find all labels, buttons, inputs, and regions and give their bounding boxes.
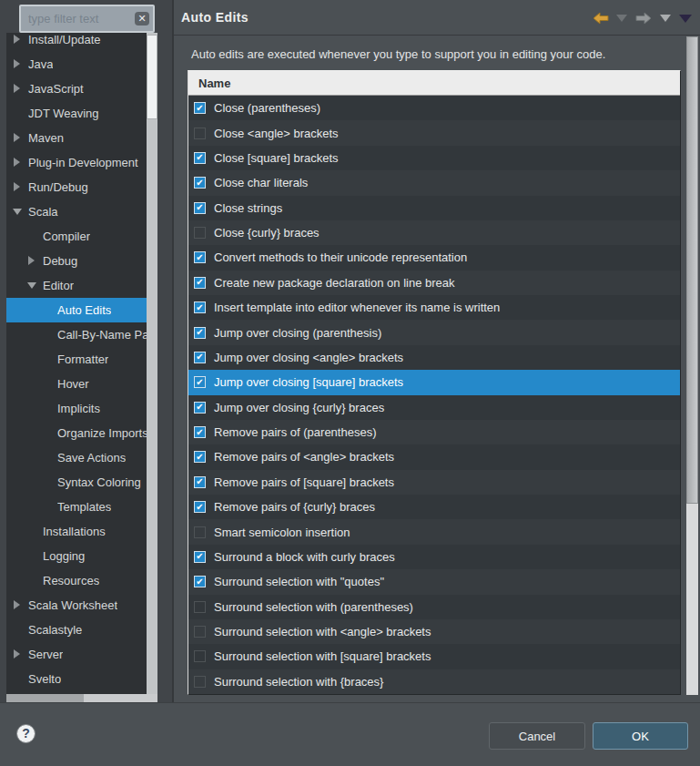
back-dropdown-icon[interactable] xyxy=(616,15,627,22)
checkbox-unchecked-icon[interactable] xyxy=(194,227,206,239)
sidebar-item-plug-in-development[interactable]: Plug-in Development xyxy=(6,150,151,175)
table-row[interactable]: Close {curly} braces xyxy=(188,220,680,245)
table-row[interactable]: ✔Convert methods to their unicode repres… xyxy=(188,245,680,270)
checkbox-checked-icon[interactable]: ✔ xyxy=(194,301,206,313)
checkbox-checked-icon[interactable]: ✔ xyxy=(194,451,206,463)
tree-vertical-scrollbar[interactable] xyxy=(147,33,157,694)
view-menu-icon[interactable] xyxy=(679,15,692,23)
sidebar-item-scala[interactable]: Scala xyxy=(6,199,151,224)
table-row[interactable]: Surround selection with <angle> brackets xyxy=(188,619,680,644)
sidebar-item-server[interactable]: Server xyxy=(6,642,151,667)
sidebar-item-hover[interactable]: Hover xyxy=(6,372,157,396)
checkbox-checked-icon[interactable]: ✔ xyxy=(194,152,206,164)
tree-collapsed-arrow-icon[interactable] xyxy=(11,182,23,191)
sidebar-item-java[interactable]: Java xyxy=(6,52,151,77)
tree-vertical-scrollbar-thumb[interactable] xyxy=(147,35,157,119)
tree-collapsed-arrow-icon[interactable] xyxy=(11,133,23,142)
tree-horizontal-scrollbar-thumb[interactable] xyxy=(6,694,84,702)
checkbox-checked-icon[interactable]: ✔ xyxy=(194,327,206,339)
checkbox-checked-icon[interactable]: ✔ xyxy=(194,576,206,587)
sidebar-item-editor[interactable]: Editor xyxy=(6,273,157,298)
checkbox-unchecked-icon[interactable] xyxy=(194,526,206,538)
sidebar-item-svelto[interactable]: Svelto xyxy=(6,667,151,691)
table-row[interactable]: ✔Remove pairs of (parentheses) xyxy=(188,420,680,444)
tree-collapsed-arrow-icon[interactable] xyxy=(25,256,37,265)
sidebar-item-run-debug[interactable]: Run/Debug xyxy=(6,175,151,199)
sidebar-item-formatter[interactable]: Formatter xyxy=(6,347,157,372)
checkbox-checked-icon[interactable]: ✔ xyxy=(194,177,206,189)
table-row[interactable]: ✔Remove pairs of {curly} braces xyxy=(188,495,680,519)
sidebar-item-debug[interactable]: Debug xyxy=(6,249,157,273)
checkbox-unchecked-icon[interactable] xyxy=(194,676,206,688)
table-row[interactable]: ✔Jump over closing [square] brackets xyxy=(188,370,680,394)
checkbox-checked-icon[interactable]: ✔ xyxy=(194,551,206,563)
checkbox-checked-icon[interactable]: ✔ xyxy=(194,402,206,414)
table-row[interactable]: Close <angle> brackets xyxy=(188,120,680,145)
tree-horizontal-scrollbar[interactable] xyxy=(6,694,157,702)
sidebar-item-syntax-coloring[interactable]: Syntax Coloring xyxy=(6,470,157,495)
tree-collapsed-arrow-icon[interactable] xyxy=(11,84,23,93)
sidebar-item-save-actions[interactable]: Save Actions xyxy=(6,445,157,470)
table-header-name[interactable]: Name xyxy=(188,71,680,96)
table-row[interactable]: Surround selection with [square] bracket… xyxy=(188,644,680,669)
sidebar-item-auto-edits[interactable]: Auto Edits xyxy=(6,298,157,322)
table-row[interactable]: Surround selection with {braces} xyxy=(188,669,680,694)
page-vertical-scrollbar-thumb[interactable] xyxy=(686,36,698,504)
tree-expanded-arrow-icon[interactable] xyxy=(25,282,37,289)
tree-collapsed-arrow-icon[interactable] xyxy=(11,35,23,44)
table-row[interactable]: ✔Jump over closing {curly} braces xyxy=(188,395,680,420)
cancel-button[interactable]: Cancel xyxy=(489,722,585,750)
checkbox-unchecked-icon[interactable] xyxy=(194,128,206,139)
checkbox-unchecked-icon[interactable] xyxy=(194,601,206,613)
table-row[interactable]: ✔Surround a block with curly braces xyxy=(188,545,680,569)
tree-collapsed-arrow-icon[interactable] xyxy=(11,158,23,167)
sidebar-item-maven[interactable]: Maven xyxy=(6,126,151,150)
table-row[interactable]: ✔Close strings xyxy=(188,196,680,220)
tree-collapsed-arrow-icon[interactable] xyxy=(11,59,23,68)
checkbox-checked-icon[interactable]: ✔ xyxy=(194,476,206,488)
sidebar-item-compiler[interactable]: Compiler xyxy=(6,224,157,249)
checkbox-unchecked-icon[interactable] xyxy=(194,626,206,638)
table-row[interactable]: ✔Close [square] brackets xyxy=(188,146,680,170)
table-row[interactable]: ✔Create new package declaration on line … xyxy=(188,271,680,295)
page-vertical-scrollbar[interactable] xyxy=(686,36,698,695)
sidebar-item-resources[interactable]: Resources xyxy=(6,568,157,593)
clear-filter-icon[interactable]: ✕ xyxy=(135,12,149,26)
sidebar-item-scala-worksheet[interactable]: Scala Worksheet xyxy=(6,593,151,618)
tree-collapsed-arrow-icon[interactable] xyxy=(11,600,23,609)
checkbox-unchecked-icon[interactable] xyxy=(194,650,206,662)
checkbox-checked-icon[interactable]: ✔ xyxy=(194,102,206,114)
tree-expanded-arrow-icon[interactable] xyxy=(11,209,23,215)
checkbox-checked-icon[interactable]: ✔ xyxy=(194,202,206,214)
table-row[interactable]: ✔Remove pairs of [square] brackets xyxy=(188,470,680,495)
table-row[interactable]: ✔Surround selection with "quotes" xyxy=(188,569,680,594)
table-row[interactable]: ✔Close char literals xyxy=(188,170,680,195)
forward-icon[interactable] xyxy=(635,12,652,25)
checkbox-checked-icon[interactable]: ✔ xyxy=(194,501,206,513)
table-row[interactable]: ✔Close (parentheses) xyxy=(188,96,680,120)
checkbox-checked-icon[interactable]: ✔ xyxy=(194,426,206,438)
help-button[interactable]: ? xyxy=(16,724,36,743)
sidebar-item-implicits[interactable]: Implicits xyxy=(6,396,157,421)
table-row[interactable]: Smart semicolon insertion xyxy=(188,519,680,544)
sidebar-item-call-by-name-parameters[interactable]: Call-By-Name Parameters xyxy=(6,322,157,347)
sidebar-item-scalastyle[interactable]: Scalastyle xyxy=(6,618,151,642)
table-row[interactable]: ✔Insert template into editor whenever it… xyxy=(188,295,680,320)
sidebar-item-organize-imports[interactable]: Organize Imports xyxy=(6,421,157,445)
forward-dropdown-icon[interactable] xyxy=(660,15,671,22)
table-row[interactable]: ✔Jump over closing (parenthesis) xyxy=(188,320,680,344)
ok-button[interactable]: OK xyxy=(593,722,688,750)
checkbox-checked-icon[interactable]: ✔ xyxy=(194,251,206,263)
sidebar-item-templates[interactable]: Templates xyxy=(6,495,157,519)
sidebar-item-jdt-weaving[interactable]: JDT Weaving xyxy=(6,101,151,126)
checkbox-checked-icon[interactable]: ✔ xyxy=(194,376,206,388)
sidebar-item-installations[interactable]: Installations xyxy=(6,519,157,544)
sidebar-item-logging[interactable]: Logging xyxy=(6,544,157,568)
table-row[interactable]: ✔Remove pairs of <angle> brackets xyxy=(188,444,680,469)
table-row[interactable]: ✔Jump over closing <angle> brackets xyxy=(188,345,680,370)
sidebar-item-install-update[interactable]: Install/Update xyxy=(6,33,151,52)
table-row[interactable]: Surround selection with (parentheses) xyxy=(188,595,680,619)
tree-collapsed-arrow-icon[interactable] xyxy=(11,649,23,659)
checkbox-checked-icon[interactable]: ✔ xyxy=(194,277,206,289)
back-icon[interactable] xyxy=(593,12,609,25)
